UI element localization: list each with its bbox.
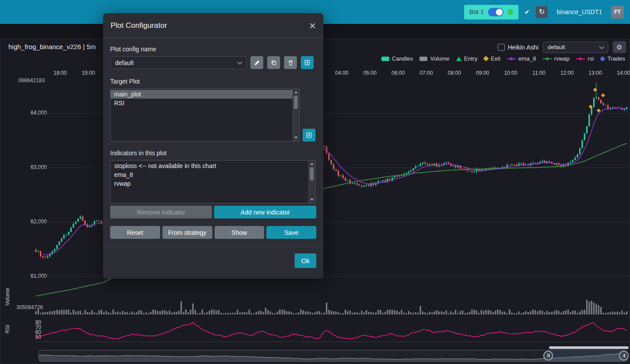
indicators-label: Indicators in this plot: [110, 149, 316, 157]
target-plot-item[interactable]: main_plot: [111, 90, 293, 99]
plus-square-icon: [306, 132, 312, 138]
show-button[interactable]: Show: [215, 226, 265, 239]
heikin-ashi-label: Heikin Ashi: [508, 44, 538, 51]
plot-config-name-value: default: [115, 59, 134, 66]
indicator-item[interactable]: rvwap: [111, 179, 309, 188]
scroll-thumb[interactable]: [310, 167, 314, 180]
legend-item-volume[interactable]: Volume: [419, 55, 449, 62]
legend-label: ema_8: [519, 55, 536, 62]
plot-config-select[interactable]: default: [543, 42, 608, 53]
plot-config-select-value: default: [548, 44, 565, 50]
legend-item-ema_8[interactable]: ema_8: [507, 55, 536, 62]
add-config-button[interactable]: [301, 56, 314, 69]
heikin-ashi-checkbox[interactable]: [498, 44, 505, 51]
toggle-knob: [496, 9, 503, 15]
gear-icon: ⚙: [616, 43, 622, 51]
legend-label: Trades: [607, 55, 625, 62]
modal-footer: Ok: [103, 246, 323, 268]
target-plot-list[interactable]: main_plotRSI: [110, 88, 300, 142]
pencil-icon: [254, 60, 260, 66]
copy-icon: [271, 60, 277, 66]
scroll-up-icon[interactable]: [294, 91, 298, 93]
chart-title: high_frog_binance_v226 | 5m: [8, 43, 96, 50]
trash-icon: [288, 60, 294, 66]
config-actions: Reset From strategy Show Save: [110, 226, 316, 239]
modal-header: Plot Configurator ×: [103, 13, 323, 38]
rect-marker-icon: [381, 57, 389, 61]
indicator-item[interactable]: stoploss <-- not available in this chart: [111, 161, 309, 170]
modal-body: Plot config name default: [103, 46, 323, 239]
diamond-marker-icon: [483, 56, 489, 61]
bot-name-label: Bot 1: [469, 8, 484, 15]
heikin-ashi-control: Heikin Ashi: [498, 44, 538, 51]
save-button[interactable]: Save: [266, 226, 316, 239]
scroll-down-icon[interactable]: [294, 137, 298, 139]
linedot-marker-icon: [507, 57, 516, 61]
legend-label: Candles: [392, 55, 413, 62]
legend-item-entry[interactable]: Entry: [456, 55, 477, 62]
horizontal-scrollbar-thumb[interactable]: [549, 346, 629, 349]
linedot-marker-icon: [576, 57, 585, 61]
app-root: Bot 1 ✔ ↻ binance_USDT1 FT high_frog_bin…: [0, 0, 630, 364]
ok-button[interactable]: Ok: [295, 253, 316, 268]
plot-config-name-select[interactable]: default: [110, 56, 246, 69]
chart-controls: Heikin Ashi default ⚙: [498, 41, 626, 53]
indicator-actions: Remove indicator Add new indicator: [110, 206, 316, 218]
indicator-item[interactable]: ema_8: [111, 170, 309, 179]
linedot-marker-icon: [543, 57, 552, 61]
datazoom-right-handle[interactable]: [619, 351, 629, 360]
scroll-down-icon[interactable]: [310, 199, 314, 201]
bot-online-dot: [507, 9, 513, 15]
legend-label: rvwap: [554, 55, 570, 62]
chevron-down-icon: [237, 59, 242, 64]
add-plot-button[interactable]: [303, 129, 315, 142]
duplicate-config-button[interactable]: [267, 56, 280, 69]
datazoom-selection[interactable]: [548, 350, 624, 361]
legend-label: Entry: [464, 55, 477, 62]
dot-marker-icon: [600, 57, 605, 61]
indicator-list-scrollbar[interactable]: [308, 161, 315, 203]
legend-item-candles[interactable]: Candles: [381, 55, 413, 62]
tri-marker-icon: [456, 57, 461, 61]
legend-item-rsi[interactable]: rsi: [576, 55, 594, 62]
add-indicator-button[interactable]: Add new indicator: [214, 206, 316, 218]
refresh-icon: ↻: [539, 8, 545, 15]
legend-label: rsi: [588, 55, 594, 62]
datazoom-left-handle[interactable]: [543, 351, 553, 360]
bot-selector[interactable]: Bot 1: [464, 5, 519, 19]
bot-account-label: binance_USDT1: [557, 8, 602, 15]
datazoom-navigator[interactable]: [38, 350, 628, 362]
plot-config-name-label: Plot config name: [110, 46, 316, 53]
chevron-down-icon: [599, 44, 604, 49]
legend-item-rvwap[interactable]: rvwap: [543, 55, 570, 62]
remove-indicator-button[interactable]: Remove indicator: [110, 206, 212, 218]
rect-marker-icon: [419, 57, 427, 61]
plot-settings-button[interactable]: ⚙: [613, 41, 626, 53]
reset-button[interactable]: Reset: [110, 226, 160, 239]
rename-config-button[interactable]: [250, 56, 263, 69]
modal-close-button[interactable]: ×: [309, 20, 316, 31]
legend-label: Exit: [491, 55, 500, 62]
scroll-up-icon[interactable]: [310, 163, 314, 165]
from-strategy-button[interactable]: From strategy: [162, 226, 212, 239]
ft-logo-button[interactable]: FT: [611, 6, 624, 19]
target-plot-item[interactable]: RSI: [111, 99, 293, 107]
indicator-list[interactable]: stoploss <-- not available in this chart…: [110, 160, 315, 203]
target-plot-label: Target Plot: [110, 78, 316, 85]
target-plot-row: main_plotRSI: [110, 88, 316, 142]
plot-configurator-modal: Plot Configurator × Plot config name def…: [103, 13, 323, 279]
target-plot-scrollbar[interactable]: [292, 89, 299, 141]
chart-legend: CandlesVolumeEntryExitema_8rvwaprsiTrade…: [381, 55, 625, 62]
legend-label: Volume: [430, 55, 449, 62]
modal-title: Plot Configurator: [111, 21, 167, 30]
check-icon: ✔: [525, 8, 530, 15]
datazoom-sparkline: [39, 350, 627, 361]
legend-item-trades[interactable]: Trades: [600, 55, 625, 62]
refresh-button[interactable]: ↻: [536, 6, 548, 18]
bot-toggle[interactable]: [488, 8, 503, 16]
plus-square-icon: [304, 59, 311, 66]
delete-config-button[interactable]: [284, 56, 297, 69]
config-row: default: [110, 56, 316, 69]
legend-item-exit[interactable]: Exit: [484, 55, 500, 62]
scroll-thumb[interactable]: [294, 96, 298, 109]
